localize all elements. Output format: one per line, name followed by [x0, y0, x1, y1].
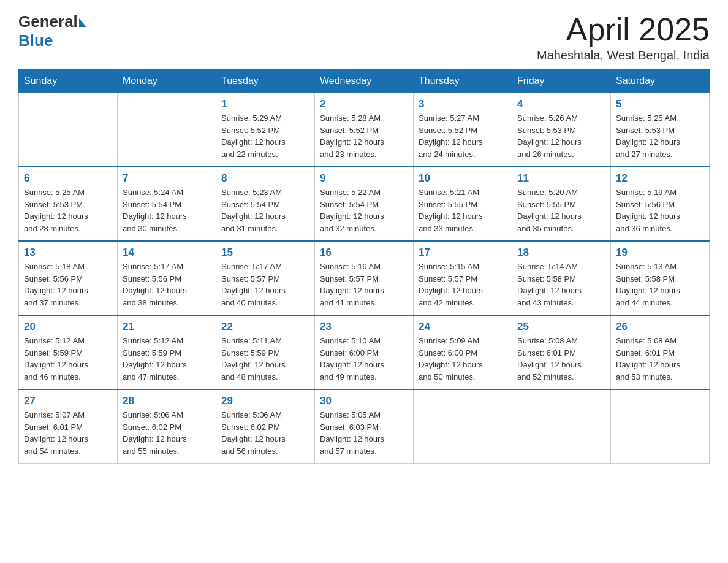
calendar-week-row: 1Sunrise: 5:29 AMSunset: 5:52 PMDaylight…	[19, 93, 710, 167]
logo-triangle-icon	[79, 18, 86, 27]
day-number: 3	[419, 98, 507, 110]
weekday-header-saturday: Saturday	[611, 69, 710, 93]
calendar-cell: 5Sunrise: 5:25 AMSunset: 5:53 PMDaylight…	[611, 93, 710, 167]
calendar-cell: 6Sunrise: 5:25 AMSunset: 5:53 PMDaylight…	[19, 167, 118, 241]
day-info: Sunrise: 5:14 AMSunset: 5:58 PMDaylight:…	[517, 261, 605, 308]
day-info: Sunrise: 5:23 AMSunset: 5:54 PMDaylight:…	[221, 186, 309, 234]
calendar-week-row: 13Sunrise: 5:18 AMSunset: 5:56 PMDayligh…	[19, 241, 710, 315]
day-number: 18	[517, 247, 605, 259]
weekday-header-monday: Monday	[118, 69, 216, 93]
calendar-cell: 16Sunrise: 5:16 AMSunset: 5:57 PMDayligh…	[315, 241, 414, 315]
day-info: Sunrise: 5:13 AMSunset: 5:58 PMDaylight:…	[616, 261, 704, 308]
calendar-cell: 29Sunrise: 5:06 AMSunset: 6:02 PMDayligh…	[216, 389, 315, 464]
day-info: Sunrise: 5:19 AMSunset: 5:56 PMDaylight:…	[616, 186, 704, 234]
calendar-cell: 10Sunrise: 5:21 AMSunset: 5:55 PMDayligh…	[414, 167, 512, 241]
calendar-week-row: 6Sunrise: 5:25 AMSunset: 5:53 PMDaylight…	[19, 167, 710, 241]
calendar-cell: 13Sunrise: 5:18 AMSunset: 5:56 PMDayligh…	[19, 241, 118, 315]
day-info: Sunrise: 5:24 AMSunset: 5:54 PMDaylight:…	[123, 186, 211, 234]
day-info: Sunrise: 5:25 AMSunset: 5:53 PMDaylight:…	[616, 112, 704, 160]
day-info: Sunrise: 5:09 AMSunset: 6:00 PMDaylight:…	[419, 335, 507, 383]
calendar-cell: 7Sunrise: 5:24 AMSunset: 5:54 PMDaylight…	[118, 167, 216, 241]
day-number: 14	[123, 247, 211, 259]
day-number: 26	[616, 321, 704, 333]
day-info: Sunrise: 5:28 AMSunset: 5:52 PMDaylight:…	[320, 112, 408, 160]
day-number: 28	[123, 395, 211, 407]
day-number: 22	[221, 321, 309, 333]
day-number: 15	[221, 247, 309, 259]
day-info: Sunrise: 5:06 AMSunset: 6:02 PMDaylight:…	[123, 409, 211, 457]
day-info: Sunrise: 5:25 AMSunset: 5:53 PMDaylight:…	[24, 186, 112, 234]
calendar-cell: 15Sunrise: 5:17 AMSunset: 5:57 PMDayligh…	[216, 241, 315, 315]
calendar-cell: 26Sunrise: 5:08 AMSunset: 6:01 PMDayligh…	[611, 315, 710, 389]
weekday-header-friday: Friday	[512, 69, 611, 93]
day-info: Sunrise: 5:12 AMSunset: 5:59 PMDaylight:…	[24, 335, 112, 383]
day-number: 30	[320, 395, 408, 407]
day-info: Sunrise: 5:27 AMSunset: 5:52 PMDaylight:…	[419, 112, 507, 160]
calendar-cell	[611, 389, 710, 464]
day-number: 24	[419, 321, 507, 333]
location-title: Maheshtala, West Bengal, India	[537, 48, 710, 63]
day-number: 16	[320, 247, 408, 259]
day-number: 21	[123, 321, 211, 333]
calendar-cell: 22Sunrise: 5:11 AMSunset: 5:59 PMDayligh…	[216, 315, 315, 389]
calendar-cell: 25Sunrise: 5:08 AMSunset: 6:01 PMDayligh…	[512, 315, 611, 389]
weekday-header-wednesday: Wednesday	[315, 69, 414, 93]
day-number: 25	[517, 321, 605, 333]
day-info: Sunrise: 5:10 AMSunset: 6:00 PMDaylight:…	[320, 335, 408, 383]
calendar-cell: 17Sunrise: 5:15 AMSunset: 5:57 PMDayligh…	[414, 241, 512, 315]
calendar-cell: 11Sunrise: 5:20 AMSunset: 5:55 PMDayligh…	[512, 167, 611, 241]
calendar-cell: 1Sunrise: 5:29 AMSunset: 5:52 PMDaylight…	[216, 93, 315, 167]
weekday-header-sunday: Sunday	[19, 69, 118, 93]
day-number: 29	[221, 395, 309, 407]
calendar-cell	[19, 93, 118, 167]
calendar-cell: 8Sunrise: 5:23 AMSunset: 5:54 PMDaylight…	[216, 167, 315, 241]
day-number: 12	[616, 172, 704, 185]
day-info: Sunrise: 5:06 AMSunset: 6:02 PMDaylight:…	[221, 409, 309, 457]
day-info: Sunrise: 5:17 AMSunset: 5:57 PMDaylight:…	[221, 261, 309, 308]
calendar-cell	[512, 389, 611, 464]
day-info: Sunrise: 5:17 AMSunset: 5:56 PMDaylight:…	[123, 261, 211, 308]
calendar-week-row: 20Sunrise: 5:12 AMSunset: 5:59 PMDayligh…	[19, 315, 710, 389]
day-info: Sunrise: 5:05 AMSunset: 6:03 PMDaylight:…	[320, 409, 408, 457]
calendar-cell: 2Sunrise: 5:28 AMSunset: 5:52 PMDaylight…	[315, 93, 414, 167]
day-info: Sunrise: 5:21 AMSunset: 5:55 PMDaylight:…	[419, 186, 507, 234]
calendar-table: SundayMondayTuesdayWednesdayThursdayFrid…	[18, 69, 710, 464]
day-info: Sunrise: 5:08 AMSunset: 6:01 PMDaylight:…	[517, 335, 605, 383]
day-number: 2	[320, 98, 408, 110]
calendar-cell: 9Sunrise: 5:22 AMSunset: 5:54 PMDaylight…	[315, 167, 414, 241]
calendar-cell: 3Sunrise: 5:27 AMSunset: 5:52 PMDaylight…	[414, 93, 512, 167]
calendar-cell: 18Sunrise: 5:14 AMSunset: 5:58 PMDayligh…	[512, 241, 611, 315]
calendar-cell: 27Sunrise: 5:07 AMSunset: 6:01 PMDayligh…	[19, 389, 118, 464]
day-number: 5	[616, 98, 704, 110]
weekday-header-tuesday: Tuesday	[216, 69, 315, 93]
calendar-cell: 28Sunrise: 5:06 AMSunset: 6:02 PMDayligh…	[118, 389, 216, 464]
day-number: 7	[123, 172, 211, 185]
day-info: Sunrise: 5:26 AMSunset: 5:53 PMDaylight:…	[517, 112, 605, 160]
calendar-cell: 12Sunrise: 5:19 AMSunset: 5:56 PMDayligh…	[611, 167, 710, 241]
month-title: April 2025	[537, 12, 710, 47]
calendar-cell: 14Sunrise: 5:17 AMSunset: 5:56 PMDayligh…	[118, 241, 216, 315]
calendar-cell: 4Sunrise: 5:26 AMSunset: 5:53 PMDaylight…	[512, 93, 611, 167]
weekday-header-thursday: Thursday	[414, 69, 512, 93]
calendar-cell: 21Sunrise: 5:12 AMSunset: 5:59 PMDayligh…	[118, 315, 216, 389]
day-info: Sunrise: 5:12 AMSunset: 5:59 PMDaylight:…	[123, 335, 211, 383]
day-number: 10	[419, 172, 507, 185]
day-number: 6	[24, 172, 112, 185]
day-number: 20	[24, 321, 112, 333]
day-info: Sunrise: 5:18 AMSunset: 5:56 PMDaylight:…	[24, 261, 112, 308]
day-info: Sunrise: 5:29 AMSunset: 5:52 PMDaylight:…	[221, 112, 309, 160]
day-info: Sunrise: 5:15 AMSunset: 5:57 PMDaylight:…	[419, 261, 507, 308]
logo-blue: Blue	[18, 31, 53, 50]
day-info: Sunrise: 5:16 AMSunset: 5:57 PMDaylight:…	[320, 261, 408, 308]
weekday-header-row: SundayMondayTuesdayWednesdayThursdayFrid…	[19, 69, 710, 93]
day-number: 1	[221, 98, 309, 110]
calendar-cell: 20Sunrise: 5:12 AMSunset: 5:59 PMDayligh…	[19, 315, 118, 389]
day-info: Sunrise: 5:22 AMSunset: 5:54 PMDaylight:…	[320, 186, 408, 234]
day-number: 13	[24, 247, 112, 259]
day-number: 27	[24, 395, 112, 407]
calendar-cell: 19Sunrise: 5:13 AMSunset: 5:58 PMDayligh…	[611, 241, 710, 315]
calendar-cell: 30Sunrise: 5:05 AMSunset: 6:03 PMDayligh…	[315, 389, 414, 464]
day-number: 17	[419, 247, 507, 259]
day-info: Sunrise: 5:11 AMSunset: 5:59 PMDaylight:…	[221, 335, 309, 383]
header: General Blue April 2025 Maheshtala, West…	[18, 12, 710, 63]
